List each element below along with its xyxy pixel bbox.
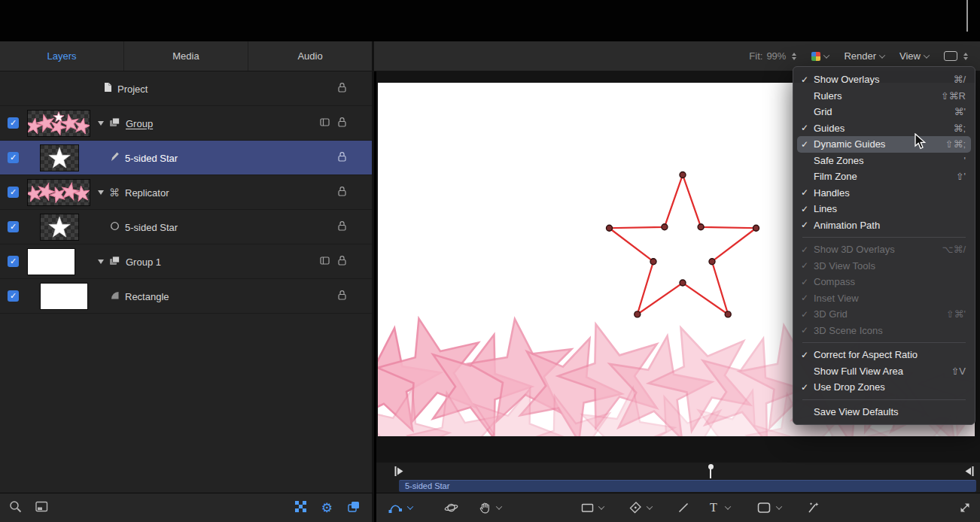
layer-row-5-sided-star-2[interactable]: ✓ 5-sided Star — [0, 210, 372, 244]
menu-separator — [802, 399, 966, 400]
layer-label: Project — [117, 83, 148, 95]
play-range-in-marker[interactable] — [394, 466, 404, 480]
menu-item-save-view-defaults[interactable]: Save View Defaults — [797, 404, 971, 420]
panel-tabs: Layers Media Audio — [0, 41, 374, 71]
view-layout-control[interactable] — [944, 51, 968, 61]
fit-label: Fit: — [749, 50, 762, 62]
group-icon — [109, 117, 120, 130]
mini-timeline: 5-sided Star — [376, 463, 980, 493]
lock-icon[interactable] — [337, 186, 347, 199]
fit-stepper-icon[interactable] — [792, 53, 796, 60]
visibility-checkbox[interactable]: ✓ — [8, 187, 19, 198]
visibility-checkbox[interactable]: ✓ — [8, 221, 19, 232]
top-bar — [0, 0, 980, 41]
menu-item-3d-scene-icons: ✓3D Scene Icons — [797, 323, 971, 339]
bezier-tool-chevron-icon[interactable] — [647, 505, 652, 510]
fit-value: 99% — [766, 50, 786, 62]
rectangle-tool-chevron-icon[interactable] — [599, 505, 604, 510]
layers-panels-icon[interactable] — [348, 501, 360, 515]
mouse-cursor — [914, 133, 927, 153]
layer-row-project[interactable]: Project — [0, 71, 372, 106]
menu-item-film-zone[interactable]: Film Zone⇧' — [797, 168, 971, 185]
visibility-checkbox[interactable]: ✓ — [8, 290, 19, 302]
text-tool[interactable]: T — [710, 501, 717, 514]
drop-zone-tool[interactable] — [757, 502, 771, 514]
track-label: 5-sided Star — [399, 481, 976, 492]
layer-row-replicator[interactable]: ✓ ⌘ Replicator — [0, 175, 372, 210]
menu-item-3d-view-tools: ✓3D View Tools — [797, 258, 971, 275]
behaviors-gear-icon[interactable]: ⚙ — [321, 502, 333, 514]
filters-checkerboard-icon[interactable] — [295, 501, 306, 515]
channels-control[interactable] — [811, 52, 829, 61]
layer-label: 5-sided Star — [125, 222, 178, 233]
group-badge-icon[interactable] — [320, 117, 330, 130]
lock-icon[interactable] — [337, 220, 347, 234]
menu-item-handles[interactable]: ✓Handles — [797, 185, 971, 202]
rectangle-tool[interactable] — [581, 502, 594, 514]
lock-icon[interactable] — [337, 255, 347, 269]
orbit-3d-icon[interactable] — [444, 502, 458, 514]
chevron-down-icon — [879, 52, 885, 58]
menu-separator — [802, 342, 966, 343]
menu-anchor-line — [966, 0, 968, 32]
group-icon — [109, 255, 120, 269]
visibility-checkbox[interactable]: ✓ — [8, 256, 19, 267]
pan-hand-icon[interactable] — [479, 502, 492, 514]
mini-timeline-icon[interactable] — [35, 501, 48, 515]
timeline-track-bar[interactable]: 5-sided Star — [399, 480, 976, 492]
menu-item-show-full-view-area[interactable]: Show Full View Area⇧V — [797, 363, 971, 380]
menu-item-safe-zones[interactable]: Safe Zones' — [797, 153, 971, 169]
bezier-pen-tool[interactable] — [629, 502, 642, 514]
disclosure-triangle[interactable] — [98, 259, 104, 264]
star-vertex-handles[interactable] — [607, 172, 759, 317]
edit-points-tool-chevron-icon[interactable] — [408, 505, 412, 510]
line-tool[interactable] — [677, 502, 689, 514]
layer-thumbnail — [40, 214, 79, 241]
text-tool-chevron-icon[interactable] — [726, 505, 730, 510]
menu-item-grid[interactable]: Grid⌘' — [797, 104, 971, 120]
resize-handle-icon[interactable] — [959, 502, 971, 514]
layer-label: Replicator — [125, 187, 169, 199]
menu-item-show-overlays[interactable]: ✓Show Overlays⌘/ — [797, 71, 971, 88]
layer-row-rectangle[interactable]: ✓ Rectangle — [0, 279, 372, 314]
layer-row-group-1[interactable]: ✓ Group 1 — [0, 244, 372, 279]
lock-icon[interactable] — [337, 117, 347, 130]
drop-zone-chevron-icon[interactable] — [777, 505, 781, 510]
search-icon[interactable] — [9, 500, 22, 516]
lock-icon[interactable] — [337, 290, 347, 303]
visibility-checkbox[interactable]: ✓ — [8, 152, 19, 163]
view-menu-button[interactable]: View — [899, 50, 929, 62]
selected-star-outline[interactable] — [609, 175, 756, 315]
view-label: View — [899, 50, 921, 62]
render-menu-button[interactable]: Render — [844, 50, 884, 62]
adjust-wand-icon[interactable] — [807, 502, 820, 514]
pan-tool-chevron-icon[interactable] — [497, 505, 501, 510]
edit-points-tool[interactable] — [388, 502, 403, 514]
tab-layers[interactable]: Layers — [0, 41, 124, 71]
lock-icon[interactable] — [337, 82, 347, 96]
menu-item-rulers[interactable]: Rulers⇧⌘R — [797, 88, 971, 105]
menu-item-lines[interactable]: ✓Lines — [797, 201, 971, 217]
menu-item-dynamic-guides[interactable]: ✓Dynamic Guides⇧⌘; — [797, 136, 971, 153]
layer-row-group[interactable]: ✓ Group — [0, 106, 372, 141]
play-range-out-marker[interactable] — [964, 466, 974, 480]
menu-item-use-drop-zones[interactable]: ✓Use Drop Zones — [797, 379, 971, 396]
source-circle-icon — [110, 220, 120, 234]
visibility-checkbox[interactable]: ✓ — [8, 117, 19, 129]
playhead[interactable] — [710, 465, 711, 478]
menu-item-inset-view: ✓Inset View — [797, 290, 971, 307]
disclosure-triangle[interactable] — [98, 121, 104, 126]
layer-row-5-sided-star[interactable]: ✓ 5-sided Star — [0, 141, 372, 175]
project-file-icon — [104, 82, 112, 96]
lock-icon[interactable] — [337, 151, 347, 165]
group-badge-icon[interactable] — [320, 255, 330, 269]
menu-item-guides[interactable]: ✓Guides⌘; — [797, 120, 971, 137]
disclosure-triangle[interactable] — [98, 190, 104, 195]
tab-audio[interactable]: Audio — [248, 41, 372, 71]
tab-media[interactable]: Media — [124, 41, 248, 71]
fit-control[interactable]: Fit: 99% — [749, 50, 796, 62]
layer-thumbnail — [27, 110, 90, 137]
motion-window: Layers Media Audio Fit: 99% Render View — [0, 0, 980, 522]
menu-item-correct-for-aspect-ratio[interactable]: ✓Correct for Aspect Ratio — [797, 347, 971, 363]
menu-item-animation-path[interactable]: ✓Animation Path — [797, 217, 971, 234]
